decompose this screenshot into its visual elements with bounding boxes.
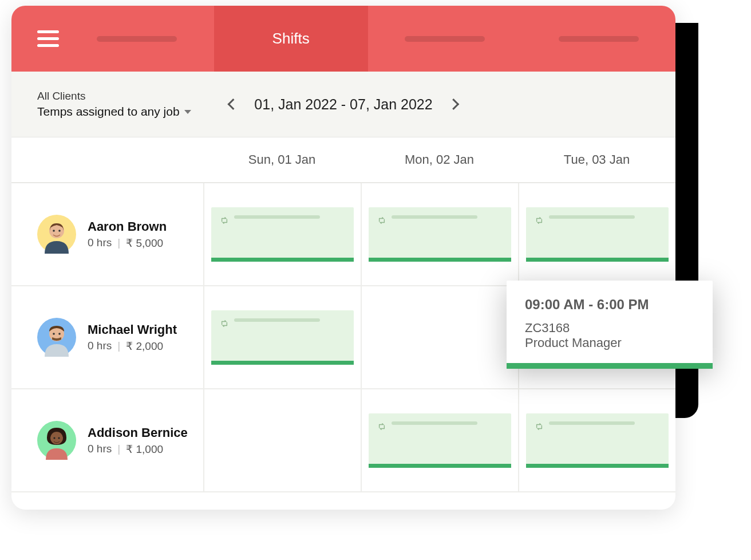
repeat-icon <box>378 216 386 224</box>
filter-bar: All Clients Temps assigned to any job 01… <box>11 72 675 137</box>
tab-label-placeholder <box>405 36 485 42</box>
assignment-dropdown-label: Temps assigned to any job <box>37 105 180 119</box>
user-cell[interactable]: Aaron Brown 0 hrs | ₹ 5,000 <box>11 183 203 285</box>
shift-placeholder-line <box>234 318 320 322</box>
user-hours: 0 hrs <box>88 236 112 249</box>
app-header: Shifts <box>11 6 675 72</box>
user-hours: 0 hrs <box>88 443 112 455</box>
clients-filter-label: All Clients <box>37 90 191 102</box>
meta-separator: | <box>117 340 120 352</box>
user-name: Michael Wright <box>88 322 177 337</box>
day-cell[interactable] <box>203 183 361 285</box>
user-name: Addison Bernice <box>88 425 188 440</box>
avatar <box>37 318 76 357</box>
shift-card[interactable] <box>211 310 354 365</box>
repeat-icon <box>220 320 228 328</box>
calendar-column-headers: Sun, 01 Jan Mon, 02 Jan Tue, 03 Jan <box>11 137 675 183</box>
shift-card[interactable] <box>211 207 354 262</box>
assignment-dropdown[interactable]: Temps assigned to any job <box>37 105 191 119</box>
tab-shifts[interactable]: Shifts <box>214 6 368 72</box>
hamburger-menu-icon[interactable] <box>37 27 60 50</box>
user-cell[interactable]: Michael Wright 0 hrs | ₹ 2,000 <box>11 286 203 388</box>
tab-label-placeholder <box>559 36 639 42</box>
popup-job-role: Product Manager <box>525 336 694 350</box>
svg-point-7 <box>53 437 55 439</box>
user-name: Aaron Brown <box>88 219 167 234</box>
shift-detail-popup[interactable]: 09:00 AM - 6:00 PM ZC3168 Product Manage… <box>507 281 713 369</box>
day-cell[interactable] <box>361 286 518 388</box>
user-amount: ₹ 2,000 <box>126 340 163 353</box>
day-header: Sun, 01 Jan <box>203 137 361 182</box>
meta-separator: | <box>117 443 120 455</box>
meta-separator: | <box>117 236 120 249</box>
user-meta: 0 hrs | ₹ 1,000 <box>88 443 188 456</box>
svg-point-8 <box>58 437 60 439</box>
user-amount: ₹ 1,000 <box>126 443 163 456</box>
day-cell[interactable] <box>361 389 518 491</box>
user-cell[interactable]: Addison Bernice 0 hrs | ₹ 1,000 <box>11 389 203 491</box>
chevron-down-icon <box>184 110 191 114</box>
shift-card[interactable] <box>526 207 669 262</box>
avatar <box>37 215 76 254</box>
schedule-row: Addison Bernice 0 hrs | ₹ 1,000 <box>11 389 675 492</box>
day-header: Tue, 03 Jan <box>518 137 675 182</box>
repeat-icon <box>535 423 543 431</box>
top-tabs: Shifts <box>60 6 675 72</box>
tab-shifts-label: Shifts <box>272 30 310 48</box>
schedule-row: Aaron Brown 0 hrs | ₹ 5,000 <box>11 183 675 286</box>
avatar <box>37 421 76 460</box>
day-cell[interactable] <box>518 183 675 285</box>
user-meta: 0 hrs | ₹ 5,000 <box>88 236 167 250</box>
shift-placeholder-line <box>392 421 477 425</box>
tab-label-placeholder <box>97 36 177 42</box>
date-navigator: 01, Jan 2022 - 07, Jan 2022 <box>229 96 457 113</box>
shift-card[interactable] <box>526 413 669 468</box>
day-cell[interactable] <box>518 389 675 491</box>
svg-point-4 <box>53 333 55 335</box>
day-header: Mon, 02 Jan <box>361 137 518 182</box>
day-cell[interactable] <box>203 286 361 388</box>
tab-placeholder-1[interactable] <box>60 6 214 72</box>
repeat-icon <box>220 216 228 224</box>
popup-accent-bar <box>507 363 713 369</box>
user-amount: ₹ 5,000 <box>126 236 163 250</box>
tab-placeholder-2[interactable] <box>368 6 522 72</box>
chevron-left-icon[interactable] <box>227 98 239 110</box>
shift-placeholder-line <box>392 215 477 219</box>
user-hours: 0 hrs <box>88 340 112 352</box>
shift-placeholder-line <box>549 421 635 425</box>
shift-placeholder-line <box>234 215 320 219</box>
shift-placeholder-line <box>549 215 635 219</box>
popup-job-code: ZC3168 <box>525 321 694 336</box>
tab-placeholder-3[interactable] <box>521 6 675 72</box>
repeat-icon <box>378 423 386 431</box>
filter-group: All Clients Temps assigned to any job <box>37 90 191 119</box>
day-cell[interactable] <box>361 183 518 285</box>
shift-card[interactable] <box>369 413 511 468</box>
repeat-icon <box>535 216 543 224</box>
user-meta: 0 hrs | ₹ 2,000 <box>88 340 177 353</box>
svg-point-5 <box>58 333 61 335</box>
svg-point-2 <box>58 230 61 232</box>
user-column-spacer <box>11 137 203 182</box>
app-window: Shifts All Clients Temps assigned to any… <box>11 6 675 510</box>
shift-card[interactable] <box>369 207 511 262</box>
chevron-right-icon[interactable] <box>448 98 460 110</box>
svg-point-1 <box>53 230 55 232</box>
popup-time-range: 09:00 AM - 6:00 PM <box>525 297 694 313</box>
date-range-label: 01, Jan 2022 - 07, Jan 2022 <box>254 96 432 113</box>
day-cell[interactable] <box>203 389 361 491</box>
